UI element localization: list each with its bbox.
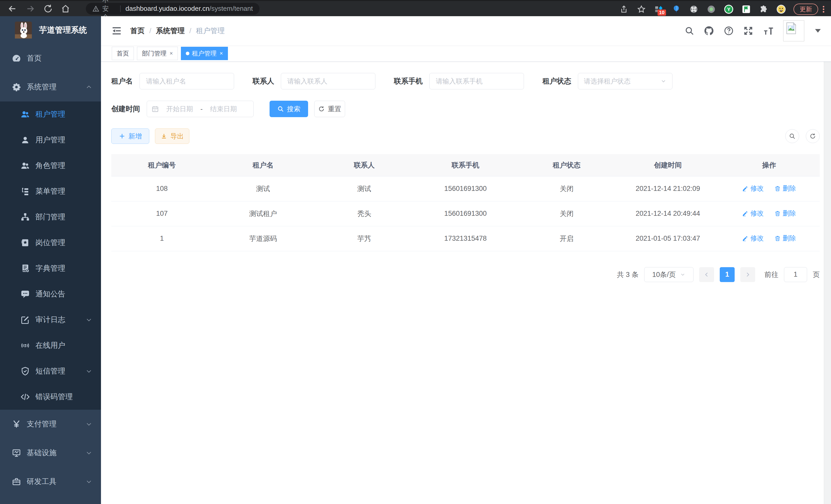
chevron-right-icon bbox=[745, 271, 751, 278]
sidebar-toggle-icon[interactable] bbox=[111, 25, 122, 36]
online-user-icon bbox=[21, 341, 30, 350]
browser-menu-icon[interactable] bbox=[820, 5, 827, 13]
browser-home-icon[interactable] bbox=[61, 4, 70, 13]
shield-check-icon bbox=[21, 366, 30, 376]
col-status: 租户状态 bbox=[516, 154, 617, 176]
date-range-picker[interactable]: 开始日期 - 结束日期 bbox=[147, 101, 254, 117]
prev-page-button[interactable] bbox=[699, 267, 714, 282]
toggle-search-button[interactable] bbox=[785, 129, 799, 143]
search-button[interactable]: 搜索 bbox=[269, 101, 308, 117]
extension-colorzilla[interactable]: 10 bbox=[650, 5, 667, 13]
tenant-name-input[interactable] bbox=[140, 73, 234, 89]
edit-link[interactable]: 修改 bbox=[742, 209, 764, 218]
page-scrollbar[interactable] bbox=[824, 16, 831, 504]
reset-button[interactable]: 重置 bbox=[314, 101, 345, 117]
tenant-table: 租户编号 租户名 联系人 联系手机 租户状态 创建时间 操作 108 测试 测试 bbox=[111, 154, 820, 251]
tag-close-icon[interactable]: × bbox=[170, 50, 173, 57]
sidebar-item-error-code[interactable]: 错误码管理 bbox=[0, 384, 101, 410]
cell-created: 2021-12-14 21:02:09 bbox=[617, 176, 718, 201]
contact-input[interactable] bbox=[281, 73, 375, 89]
address-bar[interactable]: 不安全 dashboard.yudao.iocoder.cn/system/te… bbox=[86, 3, 260, 14]
table-row: 1 芋道源码 芋艿 17321315478 开启 2021-01-05 17:0… bbox=[111, 226, 820, 251]
filter-row-2: 创建时间 开始日期 - 结束日期 搜索 重置 bbox=[111, 101, 820, 117]
browser-reload-icon[interactable] bbox=[43, 4, 53, 13]
cell-created: 2021-12-14 20:49:44 bbox=[617, 201, 718, 226]
github-icon[interactable] bbox=[704, 25, 714, 36]
delete-link[interactable]: 删除 bbox=[774, 184, 796, 193]
status-select[interactable]: 请选择租户状态 bbox=[578, 73, 672, 89]
logo-rabbit-image bbox=[15, 22, 32, 38]
extension-flag[interactable] bbox=[738, 5, 755, 13]
extensions-puzzle-icon[interactable] bbox=[755, 5, 772, 13]
search-icon bbox=[277, 106, 284, 112]
tag-dept[interactable]: 部门管理 × bbox=[137, 47, 178, 60]
export-button[interactable]: 导出 bbox=[155, 128, 190, 144]
tag-tenant-active[interactable]: 租户管理 × bbox=[181, 47, 228, 60]
sidebar-item-sms[interactable]: 短信管理 bbox=[0, 358, 101, 384]
profile-avatar[interactable] bbox=[772, 4, 790, 14]
share-icon[interactable] bbox=[620, 5, 628, 13]
sidebar-item-online-users[interactable]: 在线用户 bbox=[0, 333, 101, 358]
select-chevron-icon bbox=[680, 272, 686, 277]
extension-recorder[interactable] bbox=[703, 5, 720, 13]
sidebar-item-menu[interactable]: 菜单管理 bbox=[0, 179, 101, 204]
next-page-button[interactable] bbox=[740, 267, 755, 282]
sidebar-item-audit-log[interactable]: 审计日志 bbox=[0, 307, 101, 333]
refresh-icon bbox=[809, 133, 816, 140]
contact-label: 联系人 bbox=[253, 76, 274, 86]
sidebar-item-role[interactable]: 角色管理 bbox=[0, 153, 101, 179]
bookmark-star-icon[interactable] bbox=[637, 5, 646, 13]
url-host[interactable]: dashboard.yudao.iocoder.cn bbox=[125, 5, 209, 12]
delete-link[interactable]: 删除 bbox=[774, 234, 796, 243]
sidebar-item-payment[interactable]: 支付管理 bbox=[0, 410, 101, 439]
fullscreen-icon[interactable] bbox=[743, 26, 753, 36]
app-logo[interactable]: 芋道管理系统 bbox=[0, 16, 101, 44]
header-search-icon[interactable] bbox=[685, 26, 694, 36]
font-size-icon[interactable] bbox=[763, 25, 774, 36]
url-path[interactable]: /system/tenant bbox=[209, 5, 253, 12]
edit-link[interactable]: 修改 bbox=[742, 184, 764, 193]
add-button[interactable]: 新增 bbox=[111, 128, 149, 144]
date-start-placeholder: 开始日期 bbox=[163, 105, 196, 114]
sidebar-item-dept[interactable]: 部门管理 bbox=[0, 204, 101, 230]
mobile-input[interactable] bbox=[429, 73, 524, 89]
sidebar-item-home[interactable]: 首页 bbox=[0, 44, 101, 73]
sidebar-item-dict[interactable]: 字典管理 bbox=[0, 256, 101, 281]
col-tenant-name: 租户名 bbox=[212, 154, 314, 176]
avatar-caret-icon[interactable] bbox=[815, 29, 821, 33]
extension-balloon[interactable] bbox=[667, 5, 685, 13]
extension-command[interactable] bbox=[685, 5, 703, 13]
sidebar-item-system[interactable]: 系统管理 bbox=[0, 73, 101, 101]
help-icon[interactable] bbox=[724, 26, 734, 36]
extension-yudao[interactable]: Y bbox=[720, 4, 738, 14]
chevron-down-icon bbox=[86, 317, 92, 323]
browser-forward-icon[interactable] bbox=[25, 4, 35, 14]
sidebar-item-user[interactable]: 用户管理 bbox=[0, 127, 101, 153]
page-number-button[interactable]: 1 bbox=[720, 267, 735, 282]
col-tenant-id: 租户编号 bbox=[111, 154, 212, 176]
tag-home[interactable]: 首页 bbox=[112, 47, 134, 60]
cell-mobile: 15601691300 bbox=[415, 176, 516, 201]
pencil-icon bbox=[742, 210, 748, 216]
app-title: 芋道管理系统 bbox=[39, 25, 87, 35]
sidebar-item-dev-tools[interactable]: 研发工具 bbox=[0, 467, 101, 496]
browser-back-icon[interactable] bbox=[7, 4, 18, 14]
sidebar-item-tenant[interactable]: 租户管理 bbox=[0, 101, 101, 127]
breadcrumb-system[interactable]: 系统管理 bbox=[156, 26, 185, 36]
goto-page-input[interactable] bbox=[784, 267, 807, 282]
sidebar-item-infrastructure[interactable]: 基础设施 bbox=[0, 439, 101, 467]
sidebar-item-post[interactable]: 岗位管理 bbox=[0, 230, 101, 256]
delete-link[interactable]: 删除 bbox=[774, 209, 796, 218]
broken-image-icon bbox=[784, 22, 798, 35]
page-size-select[interactable]: 10条/页 bbox=[644, 267, 693, 282]
tag-close-icon[interactable]: × bbox=[220, 50, 223, 57]
sidebar-item-notice[interactable]: 通知公告 bbox=[0, 281, 101, 307]
breadcrumb-home[interactable]: 首页 bbox=[130, 26, 145, 36]
chevron-down-icon bbox=[86, 449, 92, 456]
edit-link[interactable]: 修改 bbox=[742, 234, 764, 243]
browser-update-button[interactable]: 更新 bbox=[794, 4, 818, 15]
refresh-table-button[interactable] bbox=[806, 129, 820, 143]
avatar[interactable] bbox=[783, 20, 804, 41]
cell-contact: 测试 bbox=[314, 176, 415, 201]
filter-row-1: 租户名 联系人 联系手机 租户状态 请选择租户状态 bbox=[111, 73, 820, 89]
